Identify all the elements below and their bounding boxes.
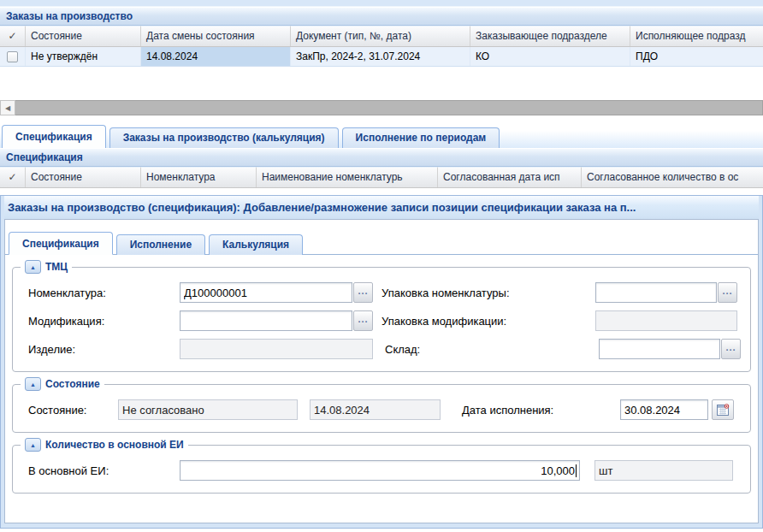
add-spec-record-dialog: Заказы на производство (спецификация): Д… <box>0 195 763 529</box>
form-row: Номенклатура: ... Упаковка номенклатуры:… <box>28 281 750 304</box>
fieldset-tmc-title: ТМЦ <box>45 261 68 273</box>
execution-date-picker-button[interactable] <box>712 399 734 420</box>
ellipsis-icon: ... <box>358 315 368 324</box>
fieldset-tmc-legend: ▲ ТМЦ <box>21 260 72 274</box>
fieldset-state-title: Состояние <box>45 378 100 390</box>
dialog-tab-specification[interactable]: Спецификация <box>9 232 113 255</box>
product-input <box>180 339 373 359</box>
modification-input[interactable] <box>180 310 352 331</box>
select-all-column-header[interactable]: ✓ <box>0 26 26 46</box>
ellipsis-icon: ... <box>725 343 736 352</box>
checkmark-icon: ✓ <box>8 27 16 46</box>
column-header-document[interactable]: Документ (тип, №, дата) <box>291 26 470 46</box>
modification-label: Модификация: <box>28 315 180 328</box>
dialog-tab-bar: Спецификация Исполнение Калькуляция <box>5 226 758 255</box>
collapse-button[interactable]: ▲ <box>25 377 41 391</box>
scroll-left-arrow-icon: ◀ <box>5 104 10 112</box>
column-header-ordering-dept[interactable]: Заказывающее подразделе <box>470 26 630 46</box>
collapse-button[interactable]: ▲ <box>25 260 41 274</box>
collapse-icon: ▲ <box>30 264 36 270</box>
nomenclature-input[interactable] <box>180 282 352 303</box>
column-header-agreed-quantity[interactable]: Согласованное количество в ос <box>582 167 763 187</box>
fieldset-quantity-legend: ▲ Количество в основной ЕИ <box>21 438 188 452</box>
modification-lookup-button[interactable]: ... <box>353 310 373 331</box>
base-unit-quantity-input[interactable]: 10,000 <box>180 460 580 481</box>
warehouse-label: Склад: <box>385 343 599 356</box>
collapse-button[interactable]: ▲ <box>25 438 41 452</box>
cell-document[interactable]: ЗакПр, 2024-2, 31.07.2024 <box>291 47 470 66</box>
dialog-title-bar[interactable]: Заказы на производство (спецификация): Д… <box>4 196 759 219</box>
modification-packaging-label: Упаковка модификации: <box>382 315 595 328</box>
application-window: Заказы на производство ✓ Состояние Дата … <box>0 0 763 532</box>
nomenclature-lookup-button[interactable]: ... <box>353 282 373 303</box>
specification-panel-title: Спецификация <box>0 148 763 167</box>
column-header-executing-dept[interactable]: Исполняющее подразд <box>630 26 763 46</box>
select-all-column-header[interactable]: ✓ <box>0 167 26 187</box>
fieldset-tmc: ▲ ТМЦ Номенклатура: ... Упаковка номенкл… <box>12 267 751 372</box>
form-row: В основной ЕИ: 10,000 <box>28 459 750 482</box>
scrollbar-thumb[interactable] <box>15 100 763 115</box>
fieldset-quantity: ▲ Количество в основной ЕИ В основной ЕИ… <box>12 445 751 494</box>
dialog-tab-calculation[interactable]: Калькуляция <box>209 234 303 255</box>
nomenclature-packaging-input[interactable] <box>595 282 717 303</box>
collapse-icon: ▲ <box>30 381 36 387</box>
orders-panel: Заказы на производство ✓ Состояние Дата … <box>0 7 763 115</box>
execution-date-input[interactable] <box>620 399 708 420</box>
state-date-input <box>310 399 441 420</box>
fieldset-state: ▲ Состояние Состояние: Дата исполнения: <box>12 384 751 433</box>
tab-orders-calculation[interactable]: Заказы на производство (калькуляция) <box>109 127 339 148</box>
column-header-state[interactable]: Состояние <box>26 26 141 46</box>
nomenclature-label: Номенклатура: <box>28 287 180 299</box>
column-header-state-date[interactable]: Дата смены состояния <box>141 26 291 46</box>
collapse-icon: ▲ <box>30 442 36 448</box>
tab-specification[interactable]: Спецификация <box>2 125 106 148</box>
cell-state[interactable]: Не утверждён <box>26 47 141 66</box>
warehouse-lookup-button[interactable]: ... <box>721 339 741 359</box>
unit-input <box>594 460 733 481</box>
spacer <box>0 115 763 123</box>
checkmark-icon: ✓ <box>8 168 16 187</box>
column-header-nomenclature-name[interactable]: Наименование номенклатурь <box>257 167 438 187</box>
ellipsis-icon: ... <box>358 287 368 296</box>
top-strip <box>0 0 763 7</box>
column-header-state[interactable]: Состояние <box>26 167 141 187</box>
calendar-icon <box>717 404 730 416</box>
column-header-agreed-date[interactable]: Согласованная дата исп <box>438 167 582 187</box>
column-header-nomenclature[interactable]: Номенклатура <box>141 167 257 187</box>
scroll-left-button[interactable]: ◀ <box>0 100 15 115</box>
orders-table-row[interactable]: Не утверждён 14.08.2024 ЗакПр, 2024-2, 3… <box>0 47 763 67</box>
dialog-body: Спецификация Исполнение Калькуляция ▲ ТМ… <box>4 219 759 523</box>
orders-panel-title: Заказы на производство <box>0 7 763 26</box>
modification-packaging-input <box>595 310 737 331</box>
nomenclature-packaging-lookup-button[interactable]: ... <box>718 282 737 303</box>
cell-executing-dept[interactable]: ПДО <box>630 47 763 66</box>
specification-panel: Спецификация ✓ Состояние Номенклатура На… <box>0 148 763 188</box>
nomenclature-packaging-label: Упаковка номенклатуры: <box>382 287 595 299</box>
warehouse-input[interactable] <box>599 339 720 359</box>
fieldset-quantity-title: Количество в основной ЕИ <box>45 439 184 451</box>
orders-grid-header: ✓ Состояние Дата смены состояния Докумен… <box>0 26 763 47</box>
quantity-value: 10,000 <box>541 464 575 477</box>
main-tab-bar: Спецификация Заказы на производство (кал… <box>0 123 763 148</box>
state-label: Состояние: <box>28 404 118 417</box>
text-cursor <box>576 464 577 477</box>
tab-execution-by-periods[interactable]: Исполнение по периодам <box>342 127 500 148</box>
cell-ordering-dept[interactable]: КО <box>470 47 630 66</box>
row-checkbox[interactable] <box>7 51 18 62</box>
spacer <box>0 188 763 195</box>
form-row: Модификация: ... Упаковка модификации: <box>28 310 750 332</box>
state-input <box>118 399 298 420</box>
orders-grid-empty-area <box>0 67 763 100</box>
horizontal-scrollbar[interactable]: ◀ <box>0 100 763 115</box>
specification-grid-header: ✓ Состояние Номенклатура Наименование но… <box>0 167 763 188</box>
fieldset-state-legend: ▲ Состояние <box>21 377 104 391</box>
product-label: Изделие: <box>28 343 180 356</box>
ellipsis-icon: ... <box>722 287 732 296</box>
base-unit-quantity-label: В основной ЕИ: <box>28 464 180 477</box>
form-row: Изделие: Склад: ... <box>28 338 750 360</box>
row-checkbox-cell <box>0 47 26 66</box>
form-row: Состояние: Дата исполнения: <box>28 399 750 421</box>
dialog-tab-execution[interactable]: Исполнение <box>116 234 205 255</box>
execution-date-label: Дата исполнения: <box>462 404 620 417</box>
cell-state-date[interactable]: 14.08.2024 <box>141 47 291 66</box>
